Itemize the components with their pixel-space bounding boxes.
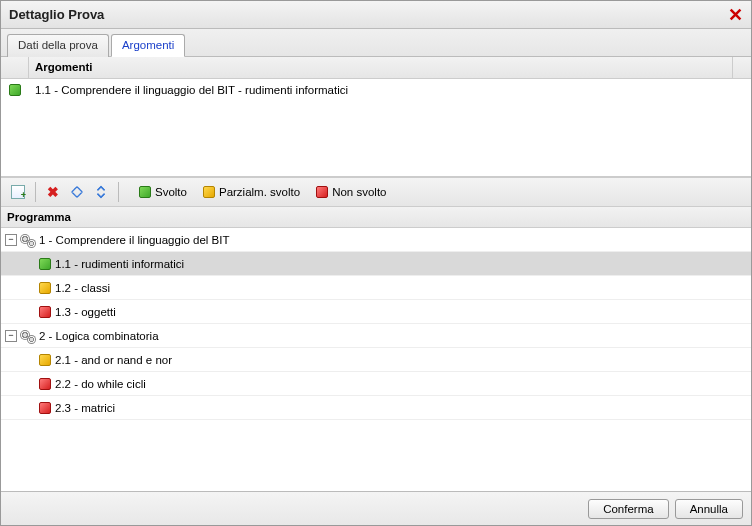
cube-red-icon [39, 378, 51, 390]
tree-unit-label: 2 - Logica combinatoria [39, 330, 159, 342]
argomenti-row[interactable]: 1.1 - Comprendere il linguaggio del BIT … [1, 79, 751, 101]
tree-item-row[interactable]: 2.3 - matrici [1, 396, 751, 420]
expand-icon [70, 185, 84, 199]
collapse-icon [94, 185, 108, 199]
tab-dati-prova[interactable]: Dati della prova [7, 34, 109, 57]
argomenti-panel: Argomenti 1.1 - Comprendere il linguaggi… [1, 57, 751, 177]
tree-unit-row[interactable]: − 1 - Comprendere il linguaggio del BIT [1, 228, 751, 252]
toolbar: ✖ Svolto Parzialm. svolto Non svolto [1, 177, 751, 207]
legend-nonsvolto-label: Non svolto [332, 186, 386, 198]
tab-argomenti[interactable]: Argomenti [111, 34, 185, 57]
cube-red-icon [39, 402, 51, 414]
expander-icon[interactable]: − [5, 234, 17, 246]
tree-item-label: 2.1 - and or nand e nor [55, 354, 172, 366]
dialog-title: Dettaglio Prova [9, 7, 104, 22]
cancel-button[interactable]: Annulla [675, 499, 743, 519]
gears-icon [21, 233, 35, 247]
cube-red-icon [316, 186, 328, 198]
gears-icon [21, 329, 35, 343]
tree-item-label: 2.3 - matrici [55, 402, 115, 414]
delete-button[interactable]: ✖ [42, 181, 64, 203]
cube-red-icon [39, 306, 51, 318]
tree-item-row[interactable]: 2.1 - and or nand e nor [1, 348, 751, 372]
tree-item-label: 1.3 - oggetti [55, 306, 116, 318]
argomenti-row-text: 1.1 - Comprendere il linguaggio del BIT … [29, 84, 751, 96]
add-page-button[interactable] [7, 181, 29, 203]
expander-icon[interactable]: − [5, 330, 17, 342]
legend-parzialm: Parzialm. svolto [203, 186, 300, 198]
x-icon: ✖ [47, 184, 59, 200]
dialog-window: Dettaglio Prova ✕ Dati della prova Argom… [0, 0, 752, 526]
tree-item-label: 2.2 - do while cicli [55, 378, 146, 390]
tree-unit-row[interactable]: − 2 - Logica combinatoria [1, 324, 751, 348]
titlebar: Dettaglio Prova ✕ [1, 1, 751, 29]
argomenti-body: 1.1 - Comprendere il linguaggio del BIT … [1, 79, 751, 176]
cube-yellow-icon [39, 282, 51, 294]
argomenti-column-header: Argomenti [29, 57, 733, 78]
programma-header: Programma [1, 207, 751, 228]
legend-svolto-label: Svolto [155, 186, 187, 198]
tree-unit-label: 1 - Comprendere il linguaggio del BIT [39, 234, 230, 246]
expand-all-button[interactable] [66, 181, 88, 203]
close-icon[interactable]: ✕ [728, 6, 743, 24]
tree-item-row[interactable]: 1.1 - rudimenti informatici [1, 252, 751, 276]
tree-item-label: 1.2 - classi [55, 282, 110, 294]
cube-green-icon [39, 258, 51, 270]
page-plus-icon [11, 185, 25, 199]
tree-item-label: 1.1 - rudimenti informatici [55, 258, 184, 270]
legend-parzialm-label: Parzialm. svolto [219, 186, 300, 198]
legend-nonsvolto: Non svolto [316, 186, 386, 198]
cube-yellow-icon [39, 354, 51, 366]
confirm-button[interactable]: Conferma [588, 499, 669, 519]
tree-item-row[interactable]: 2.2 - do while cicli [1, 372, 751, 396]
tab-strip: Dati della prova Argomenti [1, 29, 751, 57]
separator [118, 182, 119, 202]
footer: Conferma Annulla [1, 491, 751, 525]
legend-svolto: Svolto [139, 186, 187, 198]
argomenti-header: Argomenti [1, 57, 751, 79]
tree-item-row[interactable]: 1.2 - classi [1, 276, 751, 300]
tree-item-row[interactable]: 1.3 - oggetti [1, 300, 751, 324]
cube-icon [9, 84, 21, 96]
programma-tree: − 1 - Comprendere il linguaggio del BIT … [1, 228, 751, 491]
collapse-all-button[interactable] [90, 181, 112, 203]
cube-green-icon [139, 186, 151, 198]
separator [35, 182, 36, 202]
cube-yellow-icon [203, 186, 215, 198]
